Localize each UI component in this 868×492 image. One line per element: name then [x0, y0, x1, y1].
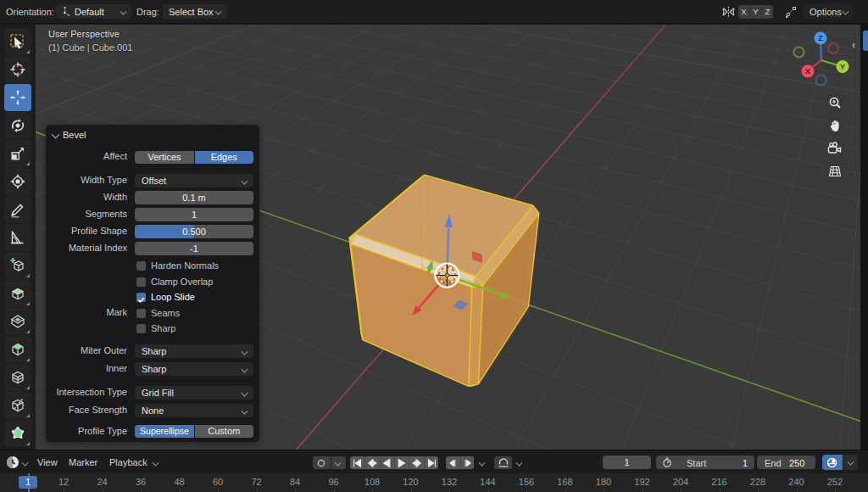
svg-text:X: X [805, 66, 811, 75]
svg-text:Z: Z [818, 33, 823, 42]
svg-text:Y: Y [840, 62, 846, 71]
